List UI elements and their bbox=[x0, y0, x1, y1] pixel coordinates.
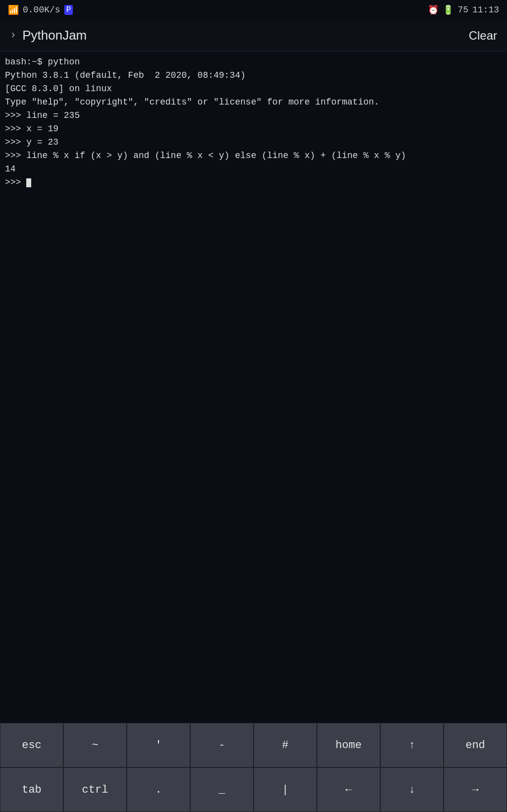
alarm-icon: ⏰ bbox=[428, 4, 439, 15]
clear-button[interactable]: Clear bbox=[469, 29, 497, 43]
battery-level: 75 bbox=[457, 5, 468, 15]
keyboard-normal-row: tabctrl._|←↓→ bbox=[0, 767, 507, 812]
network-speed: 0.00K/s bbox=[23, 5, 60, 15]
key-→[interactable]: → bbox=[444, 767, 507, 812]
terminal-line: >>> x = 19 bbox=[5, 122, 502, 136]
key-_[interactable]: _ bbox=[190, 767, 254, 812]
terminal-line: >>> line = 235 bbox=[5, 109, 502, 122]
terminal-line: [GCC 8.3.0] on linux bbox=[5, 82, 502, 96]
key-←[interactable]: ← bbox=[317, 767, 380, 812]
terminal-line: >>> y = 23 bbox=[5, 136, 502, 149]
title-left: › PythonJam bbox=[10, 28, 87, 43]
status-left: 📶 0.00K/s P bbox=[8, 4, 73, 15]
time-display: 11:13 bbox=[472, 5, 499, 15]
back-chevron-icon[interactable]: › bbox=[10, 29, 16, 42]
keyboard-special-row: esc~'-#home↑end bbox=[0, 723, 507, 767]
key-tab[interactable]: tab bbox=[0, 767, 63, 812]
python-icon: P bbox=[64, 5, 73, 15]
terminal-line: Python 3.8.1 (default, Feb 2 2020, 08:49… bbox=[5, 69, 502, 82]
app-title: PythonJam bbox=[22, 28, 87, 43]
key-~[interactable]: ~ bbox=[63, 723, 127, 767]
terminal-line: >>> bbox=[5, 176, 502, 189]
terminal-cursor bbox=[26, 178, 31, 187]
key--[interactable]: - bbox=[190, 723, 254, 767]
battery-icon: 🔋 bbox=[443, 4, 454, 15]
status-bar: 📶 0.00K/s P ⏰ 🔋 75 11:13 bbox=[0, 0, 507, 20]
terminal-line: Type "help", "copyright", "credits" or "… bbox=[5, 96, 502, 109]
wifi-icon: 📶 bbox=[8, 4, 19, 15]
terminal-line: >>> line % x if (x > y) and (line % x < … bbox=[5, 149, 502, 162]
terminal-line: bash:~$ python bbox=[5, 55, 502, 69]
key-'[interactable]: ' bbox=[127, 723, 190, 767]
key-↓[interactable]: ↓ bbox=[380, 767, 444, 812]
terminal-output[interactable]: bash:~$ pythonPython 3.8.1 (default, Feb… bbox=[0, 52, 507, 723]
terminal-line: 14 bbox=[5, 162, 502, 176]
key-↑[interactable]: ↑ bbox=[380, 723, 444, 767]
key-ctrl[interactable]: ctrl bbox=[63, 767, 127, 812]
key-#[interactable]: # bbox=[254, 723, 317, 767]
key-end[interactable]: end bbox=[444, 723, 507, 767]
key-|[interactable]: | bbox=[254, 767, 317, 812]
key-home[interactable]: home bbox=[317, 723, 380, 767]
title-bar: › PythonJam Clear bbox=[0, 20, 507, 52]
status-right: ⏰ 🔋 75 11:13 bbox=[428, 4, 499, 15]
key-esc[interactable]: esc bbox=[0, 723, 63, 767]
key-.[interactable]: . bbox=[127, 767, 190, 812]
